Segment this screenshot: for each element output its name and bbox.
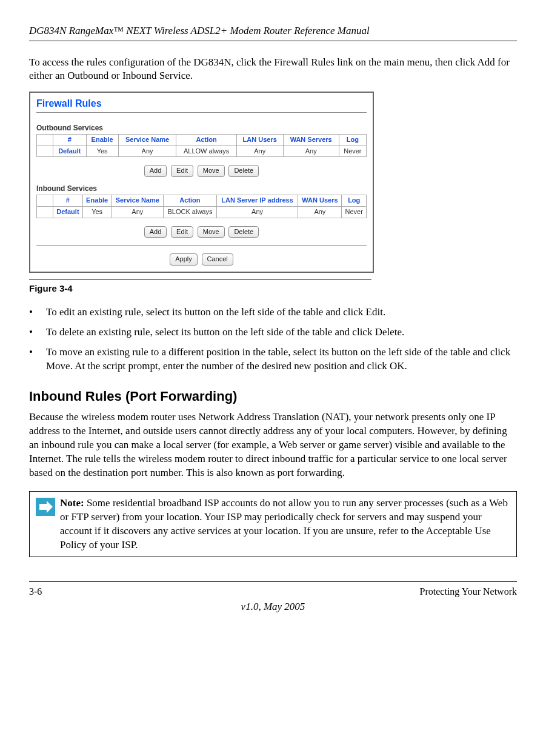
bullet-text: To move an existing rule to a different …: [46, 346, 517, 373]
table-header-row: # Enable Service Name Action LAN Users W…: [37, 134, 367, 146]
table-row[interactable]: Default Yes Any ALLOW always Any Any Nev…: [37, 146, 367, 157]
col-wan: WAN Servers: [283, 134, 339, 146]
cell-default: Default: [53, 206, 83, 218]
section-body: Because the wireless modem router uses N…: [29, 410, 517, 480]
cell-default: Default: [53, 146, 87, 157]
outbound-label: Outbound Services: [36, 124, 367, 133]
note-label: Note:: [60, 497, 84, 509]
bullet-text: To edit an existing rule, select its but…: [46, 306, 385, 319]
col-lan: LAN Users: [236, 134, 283, 146]
page-footer: 3-6 Protecting Your Network: [29, 581, 517, 598]
col-number: #: [53, 134, 87, 146]
page-number: 3-6: [29, 586, 78, 598]
inbound-label: Inbound Services: [36, 184, 367, 193]
row-select[interactable]: [37, 206, 53, 218]
cell-wan: Any: [283, 146, 339, 157]
col-lanip: LAN Server IP address: [216, 195, 298, 207]
cell-lanip: Any: [216, 206, 298, 218]
cell-log: Never: [339, 146, 366, 157]
col-log: Log: [339, 134, 366, 146]
note-box: Note: Some residential broadband ISP acc…: [29, 491, 517, 558]
edit-button[interactable]: Edit: [171, 165, 193, 177]
move-button[interactable]: Move: [198, 226, 225, 238]
firewall-rules-panel: Firewall Rules Outbound Services # Enabl…: [29, 92, 374, 273]
cell-service: Any: [112, 206, 164, 218]
page-header: DG834N RangeMax™ NEXT Wireless ADSL2+ Mo…: [29, 24, 517, 41]
note-text: Note: Some residential broadband ISP acc…: [60, 497, 510, 552]
delete-button[interactable]: Delete: [228, 226, 259, 238]
title-separator: [36, 112, 367, 113]
row-select[interactable]: [37, 146, 53, 157]
cell-action: BLOCK always: [164, 206, 217, 218]
inbound-table: # Enable Service Name Action LAN Server …: [36, 195, 367, 218]
col-enable: Enable: [86, 134, 118, 146]
outbound-table: # Enable Service Name Action LAN Users W…: [36, 134, 367, 158]
cell-log: Never: [342, 206, 367, 218]
table-row[interactable]: Default Yes Any BLOCK always Any Any Nev…: [37, 206, 367, 218]
move-button[interactable]: Move: [198, 165, 225, 177]
list-item: •To delete an existing rule, select its …: [29, 326, 517, 340]
cell-enable: Yes: [86, 146, 118, 157]
cell-enable: Yes: [82, 206, 112, 218]
apply-cancel-row: Apply Cancel: [36, 252, 367, 266]
section-name: Protecting Your Network: [384, 586, 517, 598]
col-log: Log: [342, 195, 367, 207]
col-number: #: [53, 195, 83, 207]
col-action: Action: [176, 134, 236, 146]
col-service: Service Name: [118, 134, 176, 146]
outbound-buttons: Add Edit Move Delete: [36, 163, 367, 177]
col-action: Action: [164, 195, 217, 207]
apply-button[interactable]: Apply: [170, 253, 198, 266]
arrow-icon: [36, 497, 60, 552]
col-blank: [37, 134, 53, 146]
cell-service: Any: [118, 146, 176, 157]
bullet-icon: •: [29, 306, 46, 319]
col-service: Service Name: [112, 195, 164, 207]
col-blank: [37, 195, 53, 207]
cell-action: ALLOW always: [176, 146, 236, 157]
separator: [36, 245, 367, 246]
bullet-icon: •: [29, 326, 46, 340]
table-header-row: # Enable Service Name Action LAN Server …: [37, 195, 367, 207]
version-info: v1.0, May 2005: [29, 600, 517, 613]
cancel-button[interactable]: Cancel: [202, 253, 233, 266]
edit-button[interactable]: Edit: [171, 226, 193, 238]
bullet-text: To delete an existing rule, select its b…: [46, 326, 404, 340]
cell-wanusers: Any: [298, 206, 342, 218]
inbound-buttons: Add Edit Move Delete: [36, 224, 367, 238]
section-heading: Inbound Rules (Port Forwarding): [29, 388, 517, 405]
note-body: Some residential broadband ISP accounts …: [60, 497, 508, 550]
panel-title: Firewall Rules: [36, 98, 367, 110]
figure-label: Figure 3-4: [29, 279, 371, 295]
list-item: •To edit an existing rule, select its bu…: [29, 306, 517, 319]
add-button[interactable]: Add: [144, 165, 167, 177]
bullet-list: •To edit an existing rule, select its bu…: [29, 306, 517, 373]
cell-lan: Any: [236, 146, 283, 157]
list-item: •To move an existing rule to a different…: [29, 346, 517, 373]
col-wanusers: WAN Users: [298, 195, 342, 207]
delete-button[interactable]: Delete: [228, 165, 259, 177]
bullet-icon: •: [29, 346, 46, 373]
intro-text: To access the rules configuration of the…: [29, 56, 517, 82]
add-button[interactable]: Add: [144, 226, 167, 238]
col-enable: Enable: [82, 195, 112, 207]
